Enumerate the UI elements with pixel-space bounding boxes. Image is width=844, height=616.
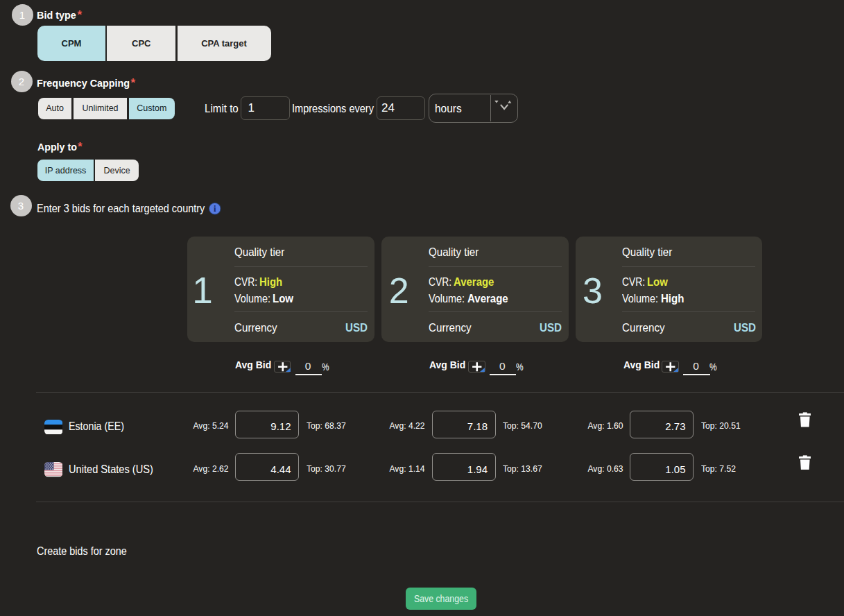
- svg-text:i: i: [214, 204, 216, 214]
